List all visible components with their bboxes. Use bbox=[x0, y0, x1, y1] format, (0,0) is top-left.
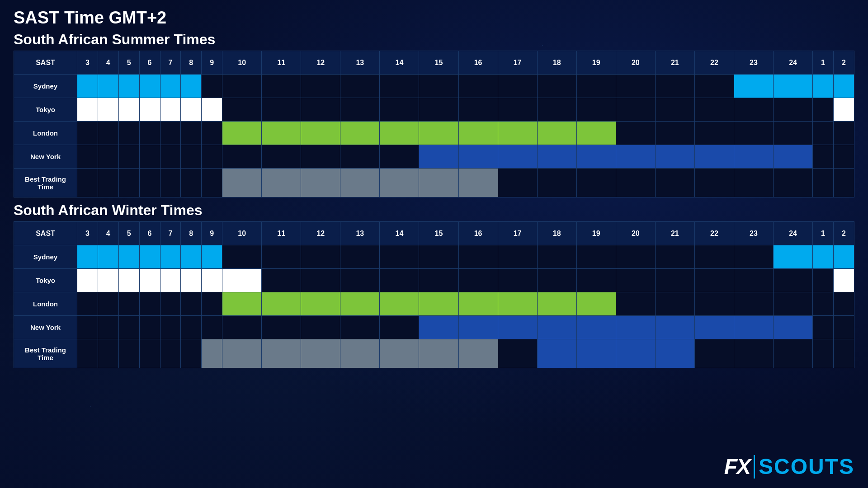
cell-1-17 bbox=[616, 98, 655, 122]
cell-1-10 bbox=[340, 269, 380, 292]
cell-3-18 bbox=[655, 316, 694, 339]
cell-4-0 bbox=[77, 339, 98, 368]
cell-1-2 bbox=[118, 98, 139, 122]
row-label-4: Best TradingTime bbox=[14, 339, 77, 368]
cell-1-12 bbox=[419, 269, 458, 292]
hour-header-16: 16 bbox=[458, 222, 498, 245]
cell-3-0 bbox=[77, 145, 98, 169]
hour-header-1: 1 bbox=[813, 51, 834, 75]
cell-0-2 bbox=[118, 75, 139, 98]
cell-2-13 bbox=[458, 292, 498, 316]
cell-1-13 bbox=[458, 98, 498, 122]
cell-3-23 bbox=[833, 145, 854, 169]
cell-0-22 bbox=[813, 75, 834, 98]
cell-3-2 bbox=[118, 145, 139, 169]
cell-3-16 bbox=[576, 316, 616, 339]
cell-4-21 bbox=[774, 169, 813, 197]
cell-1-6 bbox=[202, 269, 222, 292]
hour-header-24: 24 bbox=[774, 51, 813, 75]
cell-3-6 bbox=[202, 316, 222, 339]
cell-4-16 bbox=[576, 169, 616, 197]
cell-3-19 bbox=[694, 145, 734, 169]
table-row: London bbox=[14, 292, 854, 316]
cell-0-4 bbox=[160, 75, 181, 98]
cell-0-18 bbox=[655, 75, 694, 98]
hour-header-2: 2 bbox=[833, 51, 854, 75]
cell-0-5 bbox=[181, 245, 202, 269]
cell-4-19 bbox=[694, 339, 734, 368]
cell-3-5 bbox=[181, 316, 202, 339]
cell-0-6 bbox=[202, 245, 222, 269]
row-label-0: Sydney bbox=[14, 245, 77, 269]
cell-3-15 bbox=[537, 316, 576, 339]
cell-2-22 bbox=[813, 122, 834, 145]
hour-header-14: 14 bbox=[380, 222, 419, 245]
summer-header-sast: SAST bbox=[14, 51, 77, 75]
cell-2-14 bbox=[498, 122, 537, 145]
hour-header-18: 18 bbox=[537, 51, 576, 75]
cell-2-10 bbox=[340, 122, 380, 145]
cell-4-8 bbox=[262, 169, 301, 197]
cell-0-11 bbox=[380, 75, 419, 98]
cell-2-6 bbox=[202, 122, 222, 145]
hour-header-8: 8 bbox=[181, 222, 202, 245]
cell-3-10 bbox=[340, 316, 380, 339]
cell-2-2 bbox=[118, 122, 139, 145]
hour-header-8: 8 bbox=[181, 51, 202, 75]
cell-1-0 bbox=[77, 98, 98, 122]
cell-2-13 bbox=[458, 122, 498, 145]
cell-4-5 bbox=[181, 339, 202, 368]
cell-3-14 bbox=[498, 316, 537, 339]
cell-2-9 bbox=[301, 292, 340, 316]
cell-4-10 bbox=[340, 339, 380, 368]
cell-4-6 bbox=[202, 169, 222, 197]
cell-1-16 bbox=[576, 269, 616, 292]
cell-3-6 bbox=[202, 145, 222, 169]
cell-3-2 bbox=[118, 316, 139, 339]
cell-4-14 bbox=[498, 169, 537, 197]
cell-2-20 bbox=[734, 292, 773, 316]
cell-4-19 bbox=[694, 169, 734, 197]
cell-4-15 bbox=[537, 339, 576, 368]
cell-0-10 bbox=[340, 245, 380, 269]
table-row: New York bbox=[14, 316, 854, 339]
cell-0-23 bbox=[833, 75, 854, 98]
cell-3-22 bbox=[813, 145, 834, 169]
table-row: Sydney bbox=[14, 245, 854, 269]
cell-2-14 bbox=[498, 292, 537, 316]
cell-0-4 bbox=[160, 245, 181, 269]
cell-4-2 bbox=[118, 169, 139, 197]
cell-4-2 bbox=[118, 339, 139, 368]
row-label-3: New York bbox=[14, 145, 77, 169]
cell-0-14 bbox=[498, 245, 537, 269]
winter-section: South African Winter Times SAST 34567891… bbox=[14, 202, 854, 368]
row-label-0: Sydney bbox=[14, 75, 77, 98]
row-label-3: New York bbox=[14, 316, 77, 339]
winter-table: SAST 34567891011121314151617181920212223… bbox=[14, 221, 854, 368]
logo-scouts: SCOUTS bbox=[759, 454, 854, 479]
cell-2-18 bbox=[655, 292, 694, 316]
cell-3-14 bbox=[498, 145, 537, 169]
cell-1-10 bbox=[340, 98, 380, 122]
cell-0-13 bbox=[458, 75, 498, 98]
cell-2-16 bbox=[576, 292, 616, 316]
cell-0-16 bbox=[576, 75, 616, 98]
cell-0-6 bbox=[202, 75, 222, 98]
cell-0-13 bbox=[458, 245, 498, 269]
cell-4-20 bbox=[734, 339, 773, 368]
cell-4-16 bbox=[576, 339, 616, 368]
cell-4-4 bbox=[160, 169, 181, 197]
cell-3-7 bbox=[222, 316, 262, 339]
cell-1-23 bbox=[833, 269, 854, 292]
cell-2-18 bbox=[655, 122, 694, 145]
cell-2-21 bbox=[774, 292, 813, 316]
cell-2-16 bbox=[576, 122, 616, 145]
logo-area: FX SCOUTS bbox=[724, 454, 854, 479]
cell-3-21 bbox=[774, 316, 813, 339]
cell-0-1 bbox=[98, 245, 118, 269]
cell-0-15 bbox=[537, 75, 576, 98]
hour-header-14: 14 bbox=[380, 51, 419, 75]
cell-4-22 bbox=[813, 339, 834, 368]
cell-3-11 bbox=[380, 145, 419, 169]
cell-0-3 bbox=[139, 245, 160, 269]
